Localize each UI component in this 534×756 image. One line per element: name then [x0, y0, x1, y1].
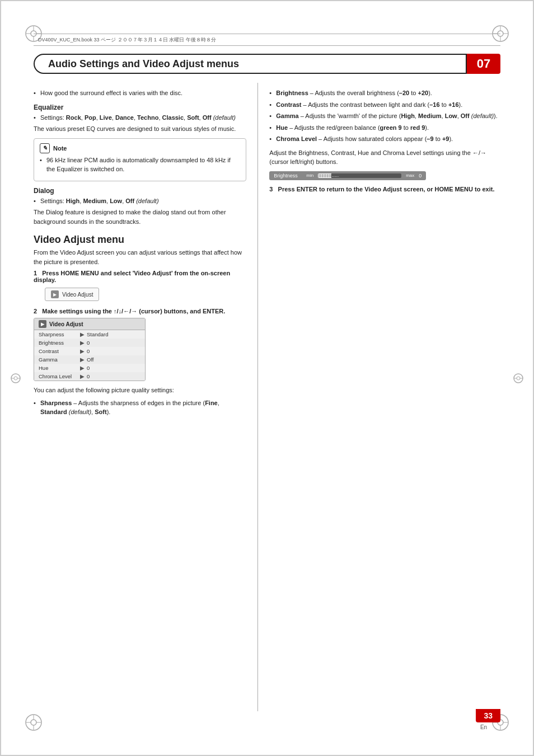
main-content: How good the surround effect is varies w… — [34, 83, 500, 711]
gamma-bullet: Gamma – Adjusts the 'warmth' of the pict… — [269, 111, 500, 121]
page-number: 33 — [476, 709, 500, 722]
va-menu-row-sharpness: Sharpness ▶ Standard — [34, 330, 145, 339]
corner-bl — [22, 711, 45, 734]
chapter-number-box: 07 — [467, 54, 500, 74]
sharpness-bullet: Sharpness – Adjusts the sharpness of edg… — [34, 398, 246, 417]
page-lang: En — [467, 724, 500, 730]
bar-track: .......... — [318, 173, 401, 178]
va-menu-box: ▶ Video Adjust Sharpness ▶ Standard Brig… — [34, 318, 146, 381]
bar-filled — [318, 173, 331, 178]
equalizer-body: The various preset EQ curves are designe… — [34, 124, 246, 134]
svg-point-25 — [14, 377, 17, 380]
chapter-title: Audio Settings and Video Adjust menus — [48, 58, 239, 70]
video-adjust-heading: Video Adjust menu — [34, 234, 246, 246]
equalizer-heading: Equalizer — [34, 104, 246, 111]
brightness-bar: Brightness min .......... max 0 — [269, 171, 426, 180]
svg-point-13 — [31, 720, 36, 725]
va-menu-row-contrast: Contrast ▶ 0 — [34, 347, 145, 355]
chapter-title-box: Audio Settings and Video Adjust menus — [34, 54, 467, 74]
right-column: Brightness – Adjusts the overall brightn… — [257, 83, 500, 711]
dialog-body: The Dialog feature is designed to make t… — [34, 208, 246, 226]
hue-bullet: Hue – Adjusts the red/green balance (gre… — [269, 123, 500, 133]
brightness-bullet: Brightness – Adjusts the overall brightn… — [269, 88, 500, 98]
step2-text: 2 Make settings using the ↑/↓/←/→ (curso… — [34, 308, 246, 314]
adjust-text: Adjust the Brightness, Contrast, Hue and… — [269, 148, 500, 167]
va-menu-row-gamma: Gamma ▶ Off — [34, 355, 145, 364]
left-column: How good the surround effect is varies w… — [34, 83, 257, 711]
va-menu-row-hue: Hue ▶ 0 — [34, 364, 145, 372]
va-menu-icon: ▶ — [39, 320, 46, 328]
va-menu-header: ▶ Video Adjust — [34, 318, 145, 330]
step1-text: 1 Press HOME MENU and select 'Video Adju… — [34, 270, 246, 283]
dialog-bullet: Settings: High, Medium, Low, Off (defaul… — [34, 196, 246, 206]
note-icon: ✎ — [40, 143, 50, 153]
dialog-heading: Dialog — [34, 187, 246, 195]
header-bar: DV400V_KUC_EN.book 33 ページ ２００７年３月１４日 水曜日… — [34, 34, 500, 46]
intro-bullet: How good the surround effect is varies w… — [34, 88, 246, 98]
picture-quality-body: You can adjust the following picture qua… — [34, 386, 246, 395]
contrast-bullet: Contrast – Adjusts the contrast between … — [269, 100, 500, 110]
header-text: DV400V_KUC_EN.book 33 ページ ２００７年３月１４日 水曜日… — [38, 36, 216, 44]
bar-label: Brightness — [274, 173, 302, 179]
note-bullet: 96 kHz linear PCM audio is automatically… — [40, 156, 240, 174]
side-mark-right — [513, 367, 524, 389]
bar-min: min — [306, 173, 313, 178]
bar-dots: .......... — [331, 173, 339, 178]
step3-text: 3 Press ENTER to return to the Video Adj… — [269, 185, 500, 194]
side-mark-left — [10, 367, 21, 389]
equalizer-bullet: Settings: Rock, Pop, Live, Dance, Techno… — [34, 113, 246, 123]
bar-value: 0 — [419, 173, 421, 179]
step1-ui: ▶ Video Adjust — [45, 288, 99, 301]
chapter-number: 07 — [477, 57, 490, 71]
note-header: ✎ Note — [40, 143, 240, 153]
note-box: ✎ Note 96 kHz linear PCM audio is automa… — [34, 138, 246, 181]
bar-max: max — [406, 173, 414, 178]
chapter-header: Audio Settings and Video Adjust menus 07 — [34, 53, 500, 74]
svg-point-29 — [517, 377, 520, 380]
va-menu-row-brightness: Brightness ▶ 0 — [34, 339, 145, 347]
video-adjust-body: From the Video Adjust screen you can adj… — [34, 248, 246, 266]
chroma-bullet: Chroma Level – Adjusts how saturated col… — [269, 134, 500, 144]
video-adjust-icon: ▶ — [51, 290, 59, 298]
va-menu-row-chroma: Chroma Level ▶ 0 — [34, 372, 145, 381]
